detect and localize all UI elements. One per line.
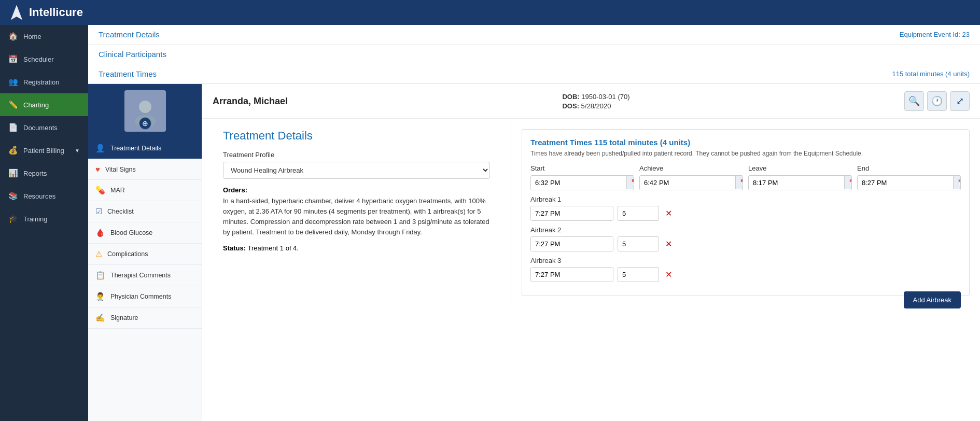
orders-text: In a hard-sided, hyperbaric chamber, del… — [223, 196, 490, 238]
airbreak-2-label: Airbreak 2 — [530, 226, 961, 234]
status-label: Status: — [223, 244, 246, 252]
airbreak-3-section: Airbreak 3 📅 ✕ — [530, 257, 961, 282]
sidebar-label-scheduler: Scheduler — [23, 55, 54, 63]
sidebar-item-home[interactable]: 🏠 Home — [0, 25, 88, 48]
leave-time-input[interactable] — [749, 176, 844, 190]
sidebar-label-registration: Registration — [23, 78, 59, 86]
sidebar-item-charting[interactable]: ✏️ Charting — [0, 93, 88, 116]
patient-photo-area: ⊕ — [88, 84, 202, 138]
dob-value: 1950-03-01 (70) — [581, 93, 629, 101]
app-logo: Intellicure — [8, 4, 83, 21]
airbreak-1-duration-input[interactable] — [618, 206, 659, 221]
airbreak-2-time-input[interactable] — [531, 237, 613, 251]
charting-nav-label-blood-glucose: Blood Glucose — [110, 229, 152, 236]
charting-nav-checklist[interactable]: ☑ Checklist — [88, 201, 202, 222]
airbreak-1-label: Airbreak 1 — [530, 195, 961, 203]
mar-icon: 💊 — [95, 186, 105, 195]
airbreak-1-row: 📅 ✕ — [530, 206, 961, 221]
leave-time-group: 📅 — [748, 175, 852, 190]
achieve-cal-button[interactable]: 📅 — [735, 176, 743, 189]
sidebar-item-reports[interactable]: 📊 Reports — [0, 162, 88, 185]
treatment-details-header[interactable]: Treatment Details Equipment Event Id: 23 — [88, 25, 980, 45]
charting-nav-label-therapist-comments: Therapist Comments — [110, 272, 171, 279]
airbreak-1-time-input[interactable] — [531, 206, 613, 220]
start-time-input[interactable] — [531, 176, 626, 190]
achieve-time-group: 📅 — [639, 175, 743, 190]
times-grid-header: Start Achieve Leave End — [530, 164, 961, 172]
start-cal-button[interactable]: 📅 — [626, 176, 634, 189]
sidebar-item-scheduler[interactable]: 📅 Scheduler — [0, 48, 88, 71]
treatment-times-header[interactable]: Treatment Times 115 total minutes (4 uni… — [88, 64, 980, 83]
scheduler-icon: 📅 — [8, 54, 18, 64]
airbreak-2-section: Airbreak 2 📅 ✕ — [530, 226, 961, 251]
blood-glucose-icon: 🩸 — [95, 228, 105, 237]
charting-nav-treatment-details[interactable]: 👤 Treatment Details — [88, 138, 202, 159]
charting-nav-label-physician-comments: Physician Comments — [110, 293, 171, 300]
charting-nav-mar[interactable]: 💊 MAR — [88, 180, 202, 201]
airbreak-3-time-input[interactable] — [531, 268, 613, 282]
charting-nav-label-treatment-details: Treatment Details — [110, 145, 161, 152]
photo-edit-button[interactable]: ⊕ — [139, 117, 151, 130]
patient-dob: DOB: 1950-03-01 (70) — [562, 93, 629, 101]
leave-cal-button[interactable]: 📅 — [844, 176, 852, 189]
treatment-times-meta: 115 total minutes (4 units) — [892, 70, 970, 78]
charting-nav-physician-comments[interactable]: 👨‍⚕️ Physician Comments — [88, 286, 202, 307]
treatment-details-title: Treatment Details — [99, 30, 160, 39]
clinical-participants-title: Clinical Participants — [99, 50, 166, 59]
charting-nav-blood-glucose[interactable]: 🩸 Blood Glucose — [88, 222, 202, 244]
dos-label: DOS: — [562, 102, 579, 110]
airbreak-1-remove-button[interactable]: ✕ — [663, 206, 674, 220]
charting-nav-complications[interactable]: ⚠ Complications — [88, 244, 202, 265]
sidebar-item-documents[interactable]: 📄 Documents — [0, 116, 88, 139]
signature-icon: ✍ — [95, 313, 105, 322]
zoom-button[interactable]: 🔍 — [904, 91, 924, 111]
airbreak-2-row: 📅 ✕ — [530, 236, 961, 251]
treatment-form-col: Treatment Details Treatment Profile Woun… — [202, 119, 511, 308]
airbreak-3-time-group: 📅 — [530, 267, 613, 282]
expand-button[interactable]: ⤢ — [950, 91, 970, 111]
patient-dos: DOS: 5/28/2020 — [562, 102, 629, 110]
start-time-group: 📅 — [530, 175, 634, 190]
times-notice: Times have already been pushed/pulled in… — [530, 150, 961, 157]
charting-nav-vital-signs[interactable]: ♥ Vital Signs — [88, 159, 202, 180]
airbreak-2-time-group: 📅 — [530, 236, 613, 251]
col-achieve: Achieve — [639, 164, 743, 172]
charting-nav-therapist-comments[interactable]: 📋 Therapist Comments — [88, 265, 202, 286]
complications-icon: ⚠ — [95, 249, 102, 259]
airbreak-1-time-group: 📅 — [530, 206, 613, 221]
airbreak-2-remove-button[interactable]: ✕ — [663, 237, 674, 251]
sidebar-item-registration[interactable]: 👥 Registration — [0, 71, 88, 93]
physician-comments-icon: 👨‍⚕️ — [95, 292, 105, 301]
profile-label: Treatment Profile — [223, 151, 490, 159]
patient-section: ⊕ 👤 Treatment Details ♥ Vital Signs 💊 MA… — [88, 84, 980, 421]
training-icon: 🎓 — [8, 214, 18, 223]
clock-button[interactable]: 🕐 — [927, 91, 947, 111]
airbreak-2-duration-input[interactable] — [618, 236, 659, 251]
add-airbreak-button[interactable]: Add Airbreak — [904, 291, 961, 308]
end-cal-button[interactable]: 📅 — [953, 176, 961, 189]
svg-marker-0 — [11, 5, 22, 20]
charting-nav-label-complications: Complications — [107, 250, 148, 258]
times-panel: Treatment Times 115 total minutes (4 uni… — [522, 129, 970, 296]
sidebar-item-training[interactable]: 🎓 Training — [0, 207, 88, 230]
achieve-time-input[interactable] — [640, 176, 735, 190]
registration-icon: 👥 — [8, 77, 18, 87]
orders-section: Orders: In a hard-sided, hyperbaric cham… — [223, 186, 490, 238]
profile-select[interactable]: Wound Healing Airbreak — [223, 162, 490, 179]
action-icons: 🔍 🕐 ⤢ — [904, 91, 970, 111]
clinical-participants-header[interactable]: Clinical Participants — [88, 45, 980, 64]
sidebar-item-resources[interactable]: 📚 Resources — [0, 185, 88, 207]
sidebar: 🏠 Home 📅 Scheduler 👥 Registration ✏️ Cha… — [0, 25, 88, 421]
end-time-input[interactable] — [858, 176, 953, 190]
sidebar-label-documents: Documents — [23, 124, 58, 132]
reports-icon: 📊 — [8, 169, 18, 178]
treatment-times-col: Treatment Times 115 total minutes (4 uni… — [511, 119, 980, 308]
home-icon: 🏠 — [8, 32, 18, 41]
charting-nav-signature[interactable]: ✍ Signature — [88, 307, 202, 329]
dos-value: 5/28/2020 — [581, 102, 611, 110]
airbreak-3-duration-input[interactable] — [618, 267, 659, 282]
col-end: End — [857, 164, 961, 172]
charting-nav: 👤 Treatment Details ♥ Vital Signs 💊 MAR … — [88, 138, 202, 421]
airbreak-3-remove-button[interactable]: ✕ — [663, 268, 674, 282]
sidebar-item-patient-billing[interactable]: 💰 Patient Billing ▼ — [0, 139, 88, 162]
